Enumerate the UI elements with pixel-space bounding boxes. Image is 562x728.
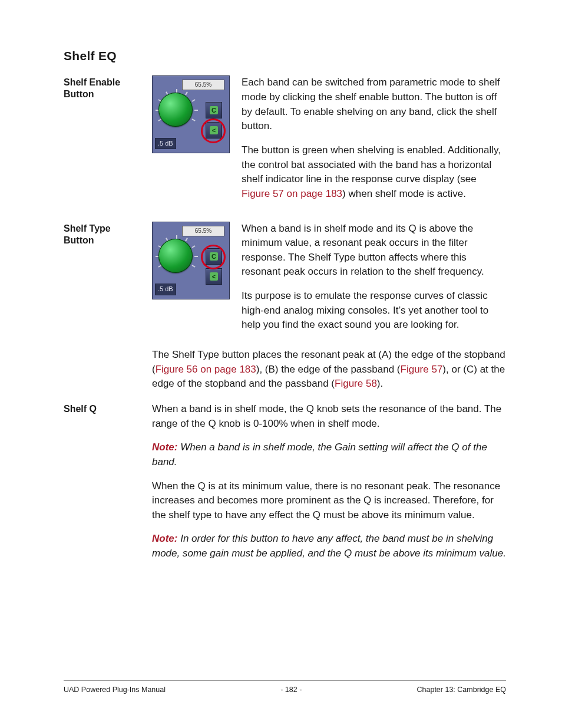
shelf-type-thumbnail: 65.5% C < .5 dB (152, 222, 230, 299)
footer-right: Chapter 13: Cambridge EQ (417, 684, 506, 695)
shelf-enable-label: Shelf Enable Button (64, 75, 140, 100)
shelf-type-button-icon: C (206, 102, 222, 118)
figure-link[interactable]: Figure 57 (401, 364, 443, 375)
body-text: The Shelf Type button places the resonan… (152, 348, 506, 391)
footer-left: UAD Powered Plug-Ins Manual (64, 684, 166, 695)
footer-page-number: - 182 - (280, 684, 302, 695)
body-text: The button is green when shelving is ena… (242, 143, 506, 202)
db-readout: .5 dB (155, 284, 176, 295)
shelf-enable-button-icon: < (206, 122, 222, 139)
shelf-type-label: Shelf Type Button (64, 222, 140, 246)
shelf-type-button-icon: C (206, 248, 222, 265)
body-text: When a band is in shelf mode, the Q knob… (152, 402, 506, 431)
note-text: Note: In order for this button to have a… (152, 532, 506, 561)
gain-knob (158, 239, 193, 273)
page-footer: UAD Powered Plug-Ins Manual - 182 - Chap… (64, 680, 506, 695)
figure-link[interactable]: Figure 58 (335, 378, 377, 389)
shelf-q-label: Shelf Q (64, 402, 140, 415)
meter-readout: 65.5% (182, 80, 224, 90)
db-readout: .5 dB (155, 138, 176, 150)
note-text: Note: When a band is in shelf mode, the … (152, 440, 506, 469)
shelf-enable-thumbnail: 65.5% C < .5 dB (152, 75, 230, 153)
figure-link[interactable]: Figure 56 on page 183 (156, 364, 256, 375)
body-text: Its purpose is to emulate the response c… (242, 289, 506, 332)
gain-knob (158, 93, 193, 127)
body-text: When a band is in shelf mode and its Q i… (242, 222, 506, 280)
shelf-enable-button-icon: < (206, 268, 222, 285)
figure-link[interactable]: Figure 57 on page 183 (242, 188, 342, 199)
body-text: When the Q is at its minimum value, ther… (152, 479, 506, 523)
section-heading: Shelf EQ (64, 47, 506, 65)
body-text: Each band can be switched from parametri… (242, 75, 506, 134)
meter-readout: 65.5% (182, 226, 224, 236)
